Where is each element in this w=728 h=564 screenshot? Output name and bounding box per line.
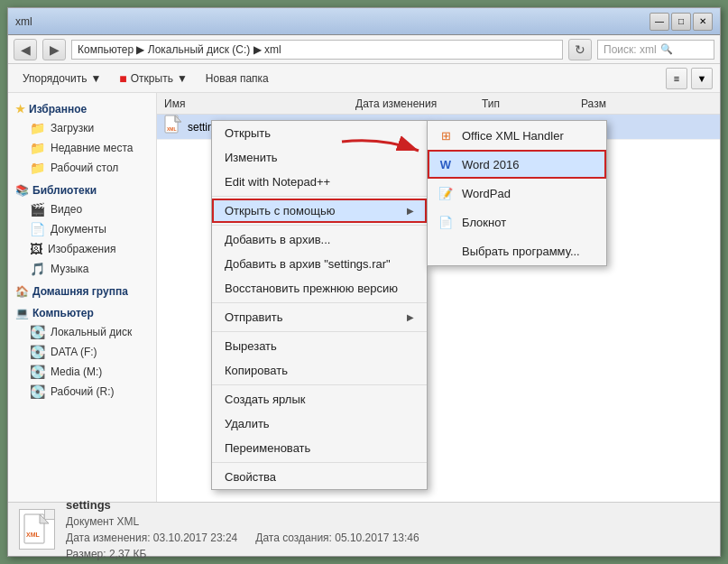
cm-separator-1 — [212, 196, 427, 197]
cm-send-label: Отправить — [225, 310, 282, 324]
video-icon: 🎬 — [30, 202, 45, 217]
cm-shortcut[interactable]: Создать ярлык — [212, 387, 427, 411]
sidebar-item-video[interactable]: 🎬 Видео — [8, 199, 156, 219]
cm-cut[interactable]: Вырезать — [212, 334, 427, 358]
submenu-office-xml[interactable]: ⊞ Office XML Handler — [428, 121, 606, 150]
submenu-notepad[interactable]: 📄 Блокнот — [428, 208, 606, 236]
submenu-choose-label: Выбрать программу... — [462, 245, 580, 258]
cm-restore[interactable]: Восстановить прежнюю версию — [212, 276, 427, 300]
sidebar-header-libraries[interactable]: 📚 Библиотеки — [8, 181, 156, 199]
cm-delete[interactable]: Удалить — [212, 411, 427, 436]
sidebar-item-desktop[interactable]: 📁 Рабочий стол — [8, 158, 156, 178]
status-details: Дата изменения: 03.10.2017 23:24 Дата со… — [66, 532, 419, 544]
notepad-icon: 📄 — [437, 213, 455, 231]
status-type: Документ XML — [66, 515, 419, 528]
cm-open[interactable]: Открыть — [212, 121, 427, 145]
status-bar: XML settings Документ XML Дата изменения… — [8, 502, 720, 556]
cm-send[interactable]: Отправить ▶ — [212, 305, 427, 329]
cm-openwith-arrow: ▶ — [407, 206, 414, 216]
open-arrow-icon: ▼ — [177, 72, 188, 85]
sidebar-item-local-disk[interactable]: 💽 Локальный диск — [8, 322, 156, 342]
minimize-button[interactable]: — — [650, 13, 669, 31]
forward-button[interactable]: ▶ — [42, 39, 66, 60]
sidebar-item-data[interactable]: 💽 DATA (F:) — [8, 342, 156, 362]
sidebar-header-homegroup[interactable]: 🏠 Домашняя группа — [8, 282, 156, 300]
sidebar-item-images[interactable]: 🖼 Изображения — [8, 239, 156, 259]
open-button[interactable]: ■ Открыть ▼ — [112, 68, 195, 89]
submenu: ⊞ Office XML Handler W Word 2016 📝 WordP… — [427, 120, 607, 266]
submenu-wordpad-label: WordPad — [462, 187, 511, 200]
new-folder-button[interactable]: Новая папка — [198, 68, 276, 89]
col-name[interactable]: Имя — [157, 97, 355, 110]
back-button[interactable]: ◀ — [14, 39, 37, 60]
refresh-button[interactable]: ↻ — [568, 39, 592, 60]
col-date[interactable]: Дата изменения — [355, 97, 482, 110]
explorer-window: xml — □ ✕ ◀ ▶ Компьютер ▶ Локальный диск… — [7, 7, 721, 557]
sidebar-header-favorites[interactable]: ★ Избранное — [8, 100, 156, 118]
view-arrow-button[interactable]: ▼ — [691, 68, 713, 89]
sidebar-item-downloads[interactable]: 📁 Загрузки — [8, 118, 156, 138]
view-button[interactable]: ≡ — [666, 68, 687, 89]
path-text: Компьютер ▶ Локальный диск (C:) ▶ xml — [78, 43, 281, 56]
submenu-office-xml-label: Office XML Handler — [462, 129, 564, 143]
sidebar-item-label: Рабочий стол — [51, 162, 118, 174]
sidebar-item-recent[interactable]: 📁 Недавние места — [8, 138, 156, 158]
submenu-wordpad[interactable]: 📝 WordPad — [428, 179, 606, 208]
sidebar-item-music[interactable]: 🎵 Музыка — [8, 259, 156, 279]
organize-label: Упорядочить — [23, 72, 87, 85]
toolbar: Упорядочить ▼ ■ Открыть ▼ Новая папка ≡ … — [8, 64, 720, 93]
context-menu: Открыть Изменить Edit with Notepad++ Отк… — [211, 120, 428, 490]
cm-copy[interactable]: Копировать — [212, 358, 427, 383]
cm-openwith-label: Открыть с помощью — [225, 204, 335, 217]
search-box[interactable]: Поиск: xml 🔍 — [597, 40, 714, 60]
cm-add-settings-rar[interactable]: Добавить в архив "settings.rar" — [212, 252, 427, 276]
images-icon: 🖼 — [30, 242, 42, 256]
choose-icon — [437, 242, 455, 260]
folder-icon: 📁 — [30, 141, 45, 155]
sidebar-item-media[interactable]: 💽 Media (M:) — [8, 362, 156, 382]
sidebar-item-work[interactable]: 💽 Рабочий (R:) — [8, 382, 156, 402]
disk-icon: 💽 — [30, 365, 45, 379]
close-button[interactable]: ✕ — [693, 13, 713, 31]
cm-edit[interactable]: Изменить — [212, 145, 427, 170]
cm-openwith[interactable]: Открыть с помощью ▶ — [212, 199, 427, 223]
sidebar-item-label: Загрузки — [51, 122, 94, 134]
sidebar-section-libraries: 📚 Библиотеки 🎬 Видео 📄 Документы 🖼 Изобр… — [8, 181, 156, 279]
sidebar-section-homegroup: 🏠 Домашняя группа — [8, 282, 156, 300]
sidebar-item-label: Изображения — [48, 243, 115, 255]
sidebar-header-computer[interactable]: 💻 Компьютер — [8, 304, 156, 322]
maximize-button[interactable]: □ — [671, 13, 691, 31]
sidebar: ★ Избранное 📁 Загрузки 📁 Недавние места … — [8, 93, 157, 502]
homegroup-label: Домашняя группа — [32, 285, 128, 298]
sidebar-item-docs[interactable]: 📄 Документы — [8, 219, 156, 239]
disk-icon: 💽 — [30, 384, 45, 399]
office-xml-icon: ⊞ — [437, 126, 455, 144]
column-headers: Имя Дата изменения Тип Разм — [157, 93, 720, 115]
col-size[interactable]: Разм — [581, 97, 653, 110]
new-folder-label: Новая папка — [206, 72, 269, 85]
submenu-choose[interactable]: Выбрать программу... — [428, 236, 606, 265]
file-list: Имя Дата изменения Тип Разм XML — [157, 93, 720, 502]
word-icon: W — [437, 155, 455, 173]
cm-properties[interactable]: Свойства — [212, 465, 427, 489]
disk-icon: 💽 — [30, 345, 45, 359]
folder-icon: 📁 — [30, 161, 45, 175]
folder-icon: 📁 — [30, 121, 45, 135]
cm-notepadpp[interactable]: Edit with Notepad++ — [212, 170, 427, 194]
sidebar-item-label: Документы — [51, 223, 106, 236]
title-bar: xml — □ ✕ — [8, 8, 720, 35]
sidebar-item-label: Музыка — [51, 263, 88, 275]
col-type[interactable]: Тип — [482, 97, 581, 110]
office-icon: ■ — [119, 71, 126, 86]
cm-rename[interactable]: Переименовать — [212, 436, 427, 460]
main-area: ★ Избранное 📁 Загрузки 📁 Недавние места … — [8, 93, 720, 502]
address-path[interactable]: Компьютер ▶ Локальный диск (C:) ▶ xml — [71, 40, 563, 60]
search-icon: 🔍 — [660, 43, 673, 55]
submenu-word2016[interactable]: W Word 2016 — [428, 150, 606, 179]
organize-button[interactable]: Упорядочить ▼ — [15, 68, 108, 89]
status-file-icon: XML — [19, 509, 55, 550]
cm-separator-6 — [212, 462, 427, 463]
cm-add-archive[interactable]: Добавить в архив... — [212, 227, 427, 252]
disk-icon: 💽 — [30, 325, 45, 339]
sidebar-item-label: Видео — [51, 203, 82, 216]
